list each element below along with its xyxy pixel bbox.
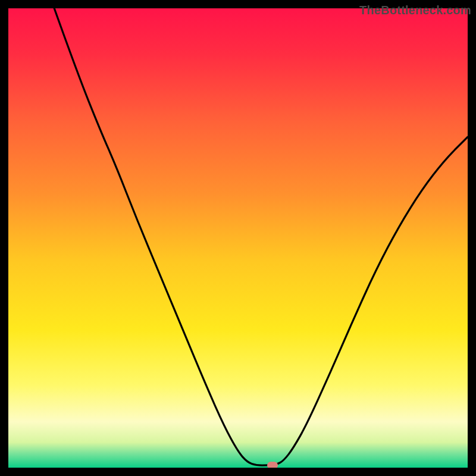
- minimum-marker: [267, 462, 278, 468]
- chart-stage: TheBottleneck.com: [0, 0, 476, 476]
- gradient-background: [8, 8, 468, 468]
- watermark-text: TheBottleneck.com: [359, 4, 471, 17]
- plot-area: [8, 8, 468, 468]
- chart-svg: [8, 8, 468, 468]
